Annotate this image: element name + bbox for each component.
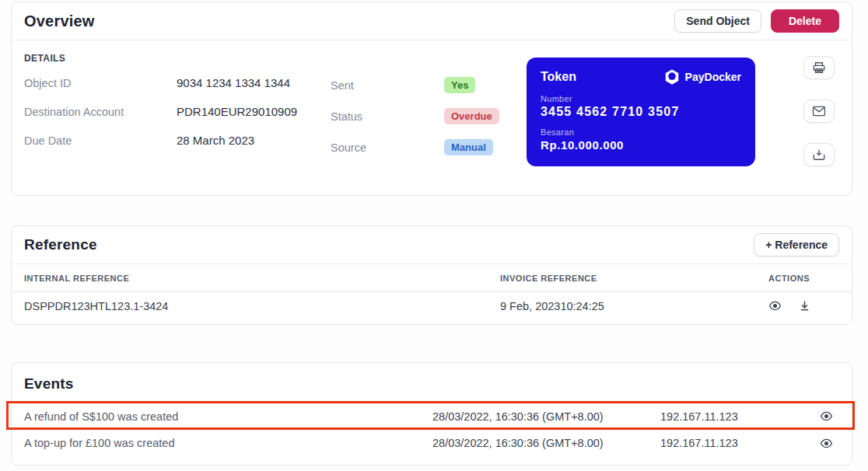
event-ip-address: 192.167.11.123 — [660, 410, 796, 423]
download-icon — [812, 148, 826, 161]
invoice-reference-value: 9 Feb, 202310:24:25 — [500, 300, 768, 312]
send-object-button[interactable]: Send Object — [674, 9, 761, 33]
detail-row-object-id: Object ID 9034 1234 1334 1344 — [24, 76, 331, 89]
status-label: Sent — [331, 79, 444, 92]
delete-button[interactable]: Delete — [771, 9, 839, 33]
view-icon[interactable] — [768, 301, 782, 311]
download-row-icon[interactable] — [799, 300, 810, 312]
event-description: A refund of S$100 was created — [24, 410, 432, 423]
events-card: Events A refund of S$100 was created 28/… — [11, 362, 852, 466]
detail-row-due-date: Due Date 28 March 2023 — [24, 134, 331, 147]
detail-value: 9034 1234 1334 1344 — [177, 76, 290, 89]
event-row-topup[interactable]: A top-up for £100 was created 28/03/2022… — [12, 430, 852, 456]
detail-label: Object ID — [24, 77, 177, 89]
column-actions: ACTIONS — [768, 274, 839, 283]
event-timestamp: 28/03/2022, 16:30:36 (GMT+8.00) — [432, 437, 660, 449]
status-badge: Overdue — [444, 108, 499, 124]
token-number: 3455 4562 7710 3507 — [541, 105, 741, 119]
overview-header: Overview Send Object Delete — [12, 2, 852, 40]
reference-table-header: INTERNAL REFERENCE INVOICE REFERENCE ACT… — [12, 263, 852, 292]
print-button[interactable] — [803, 56, 835, 79]
event-row-refund[interactable]: A refund of S$100 was created 28/03/2022… — [12, 403, 852, 430]
column-internal-reference: INTERNAL REFERENCE — [24, 274, 500, 283]
detail-row-destination-account: Destination Account PDR140EUR29010909 — [24, 105, 331, 118]
token-card-title: Token — [541, 70, 576, 84]
status-label: Status — [331, 110, 444, 123]
events-title: Events — [24, 375, 839, 392]
detail-label: Due Date — [24, 134, 177, 147]
token-number-label: Number — [541, 94, 741, 103]
view-event-button[interactable] — [820, 411, 839, 421]
mail-icon — [812, 106, 826, 117]
status-row-source: Source Manual — [331, 139, 527, 155]
detail-label: Destination Account — [24, 106, 177, 118]
brand-name: PayDocker — [685, 71, 741, 83]
paydocker-logo-icon — [663, 68, 681, 85]
reference-title: Reference — [24, 236, 97, 253]
token-amount: Rp.10.000.000 — [541, 138, 741, 152]
token-card: Token PayDocker Number 3455 4562 7710 35… — [527, 58, 755, 166]
status-row-sent: Sent Yes — [331, 77, 527, 93]
detail-value: PDR140EUR29010909 — [177, 105, 297, 118]
overview-card: Overview Send Object Delete DETAILS Obje… — [11, 2, 852, 196]
detail-value: 28 March 2023 — [177, 134, 254, 147]
page-title: Overview — [24, 12, 95, 30]
status-badge: Yes — [444, 77, 475, 93]
status-label: Source — [331, 141, 444, 154]
reference-header: Reference + Reference — [12, 226, 852, 263]
internal-reference-value: DSPPDR123HTL123.1-3424 — [24, 300, 500, 312]
event-description: A top-up for £100 was created — [24, 437, 432, 449]
table-row: DSPPDR123HTL123.1-3424 9 Feb, 202310:24:… — [12, 292, 852, 319]
reference-card: Reference + Reference INTERNAL REFERENCE… — [11, 225, 852, 325]
add-reference-button[interactable]: + Reference — [754, 233, 839, 256]
export-button[interactable] — [803, 143, 835, 166]
event-ip-address: 192.167.11.123 — [660, 437, 796, 449]
status-row-status: Status Overdue — [331, 108, 527, 124]
token-amount-label: Besaran — [541, 127, 741, 137]
status-badge: Manual — [444, 139, 493, 155]
email-button[interactable] — [803, 99, 835, 123]
details-heading: DETAILS — [24, 53, 331, 64]
printer-icon — [812, 61, 826, 74]
view-event-button[interactable] — [820, 438, 839, 448]
event-timestamp: 28/03/2022, 16:30:36 (GMT+8.00) — [432, 410, 660, 423]
column-invoice-reference: INVOICE REFERENCE — [500, 274, 768, 283]
plus-icon: + — [765, 239, 772, 251]
add-reference-label: Reference — [775, 239, 828, 251]
